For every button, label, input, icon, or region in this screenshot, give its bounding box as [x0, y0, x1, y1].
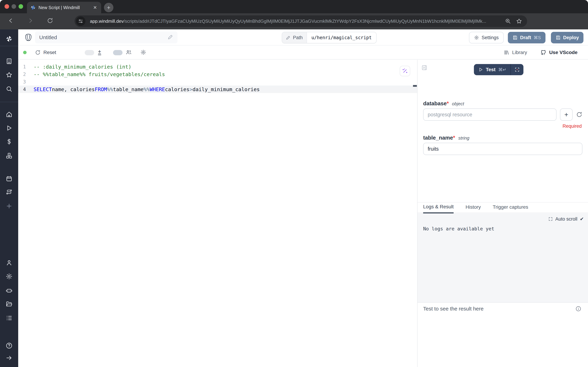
runs-play-icon[interactable] — [6, 125, 13, 132]
editor-settings-gear-icon[interactable] — [140, 49, 146, 57]
favorites-star-icon[interactable] — [6, 71, 13, 78]
test-label: Test — [486, 67, 496, 72]
draft-button[interactable]: Draft ⌘S — [508, 32, 546, 43]
tab-logs-result[interactable]: Logs & Result — [423, 204, 454, 213]
window-zoom-button[interactable] — [18, 4, 23, 9]
tab-title: New Script | Windmill — [39, 5, 92, 10]
capture-run-button[interactable] — [511, 64, 523, 75]
schedules-calendar-icon[interactable] — [6, 175, 13, 182]
multiplayer-users-icon — [126, 49, 132, 57]
workspace-icon[interactable] — [6, 58, 13, 65]
reset-label: Reset — [43, 50, 56, 55]
editor-toolbar: Reset ± Library Use VScode — [18, 46, 588, 59]
tab-history[interactable]: History — [465, 204, 481, 213]
users-icon[interactable] — [6, 259, 13, 266]
edit-pencil-icon[interactable] — [168, 34, 173, 41]
script-topbar: Untitled Path u/henri/magical_script Set… — [18, 29, 588, 45]
script-summary-value: Untitled — [39, 34, 57, 40]
checkmark-icon: ✔ — [580, 216, 584, 222]
save-icon — [512, 35, 518, 40]
use-vscode-label: Use VScode — [549, 50, 578, 55]
scrollbar-overview-mark — [413, 85, 417, 87]
code-lines[interactable]: 1-- :daily_minimum_calories (int)2-- %%t… — [18, 63, 417, 93]
result-tabs: Logs & Result History Trigger captures — [418, 202, 588, 213]
windmill-favicon — [30, 5, 36, 10]
arg-database-label: database*object — [423, 100, 464, 107]
settings-gear-icon[interactable] — [6, 273, 13, 280]
refresh-resources-icon[interactable] — [576, 111, 582, 118]
arg-table-name-label: table_name*string — [423, 135, 469, 141]
new-tab-button[interactable]: + — [104, 3, 113, 12]
path-chip[interactable]: Path u/henri/magical_script — [282, 32, 377, 43]
draft-shortcut: ⌘S — [534, 35, 541, 40]
code-line[interactable]: 4SELECT name, calories FROM %%table_name… — [18, 85, 417, 93]
reset-button[interactable]: Reset — [35, 50, 56, 55]
capture-frame-icon — [514, 67, 520, 72]
table-name-value: fruits — [428, 146, 439, 152]
magic-wand-icon — [402, 68, 408, 74]
bookmark-star-icon[interactable] — [516, 18, 522, 24]
library-button[interactable]: Library — [504, 50, 527, 55]
workers-robot-icon[interactable] — [6, 287, 13, 294]
code-line[interactable]: 1-- :daily_minimum_calories (int) — [18, 63, 417, 70]
code-editor[interactable]: 1-- :daily_minimum_calories (int)2-- %%t… — [18, 60, 418, 367]
test-button-group: Test ⌘↵ — [474, 64, 523, 75]
window-minimize-button[interactable] — [12, 4, 16, 9]
browser-toolbar: app.windmill.dev/scripts/add#JTdCJTIyaGF… — [0, 13, 588, 29]
browser-tab[interactable]: New Script | Windmill ✕ — [27, 2, 101, 13]
folders-icon[interactable] — [6, 300, 13, 308]
table-name-input[interactable]: fruits — [423, 143, 582, 155]
collapse-panel-icon[interactable] — [421, 65, 427, 72]
reload-icon[interactable] — [44, 17, 56, 25]
expand-sidebar-arrow-icon[interactable] — [6, 354, 13, 361]
help-icon[interactable] — [6, 342, 13, 349]
test-shortcut: ⌘↵ — [498, 67, 506, 72]
script-summary-input[interactable]: Untitled — [35, 32, 177, 43]
site-settings-icon[interactable] — [76, 17, 85, 26]
tab-strip: New Script | Windmill ✕ + — [0, 0, 588, 13]
tab-trigger-captures[interactable]: Trigger captures — [493, 204, 528, 213]
audit-logs-icon[interactable] — [6, 315, 13, 322]
code-line[interactable]: 2-- %%table_name%% fruits/vegetables/cer… — [18, 70, 417, 78]
logs-area: Auto scroll ✔ No logs are available yet — [418, 213, 588, 303]
database-placeholder: postgresql resource — [428, 112, 472, 117]
library-label: Library — [512, 50, 527, 55]
diff-mode-toggle[interactable] — [85, 50, 94, 55]
zoom-icon[interactable] — [505, 18, 511, 24]
result-area: Test to see the result here — [418, 303, 588, 367]
add-plus-icon[interactable] — [6, 203, 13, 209]
test-panel: Test ⌘↵ database*object — [418, 60, 588, 367]
settings-label: Settings — [482, 35, 499, 40]
test-button[interactable]: Test ⌘↵ — [474, 64, 511, 75]
arg-database-row: postgresql resource + — [423, 108, 582, 121]
app-sidebar — [0, 29, 18, 367]
use-vscode-button[interactable]: Use VScode — [540, 50, 578, 55]
auto-scroll-toggle[interactable]: Auto scroll ✔ — [548, 216, 584, 222]
window-close-button[interactable] — [5, 4, 9, 9]
add-resource-button[interactable]: + — [560, 108, 573, 121]
deploy-label: Deploy — [563, 35, 579, 40]
tab-close-icon[interactable]: ✕ — [92, 5, 98, 10]
resources-boxes-icon[interactable] — [6, 152, 13, 159]
draft-label: Draft — [520, 35, 531, 40]
url-bar[interactable]: app.windmill.dev/scripts/add#JTdCJTIyaGF… — [75, 15, 527, 27]
routes-icon[interactable] — [6, 189, 13, 196]
variables-dollar-icon[interactable] — [6, 138, 13, 145]
library-icon — [504, 50, 509, 55]
multiplayer-toggle[interactable] — [113, 50, 123, 55]
database-resource-input[interactable]: postgresql resource — [423, 108, 556, 121]
sidebar-divider — [0, 102, 18, 102]
settings-button[interactable]: Settings — [469, 32, 504, 43]
path-value: u/henri/magical_script — [307, 32, 376, 43]
search-icon[interactable] — [6, 86, 13, 93]
deploy-button[interactable]: Deploy — [551, 32, 583, 43]
postgresql-icon — [24, 33, 33, 43]
windmill-logo[interactable] — [6, 35, 13, 42]
sidebar-divider — [0, 46, 18, 46]
forward-icon[interactable] — [25, 17, 36, 25]
info-icon[interactable] — [575, 306, 581, 313]
code-line[interactable]: 3 — [18, 78, 417, 85]
back-icon[interactable] — [5, 17, 17, 25]
home-icon[interactable] — [6, 111, 13, 118]
ai-assistant-button[interactable] — [400, 66, 410, 76]
